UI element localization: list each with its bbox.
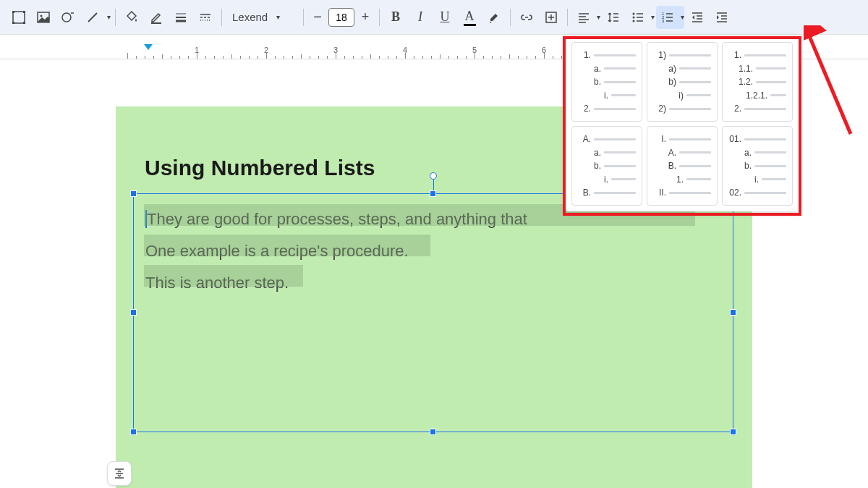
align-icon[interactable] (572, 6, 595, 29)
resize-handle[interactable] (430, 429, 436, 435)
fill-color-icon[interactable] (120, 6, 143, 29)
list-level-label: b. (588, 77, 601, 87)
insert-link-icon[interactable] (515, 6, 538, 29)
list-level-label: I. (653, 134, 666, 144)
numbered-list-icon[interactable]: 123 (656, 6, 679, 29)
list-level-label: i) (671, 91, 684, 101)
list-level-label: 1. (728, 50, 741, 60)
resize-handle[interactable] (130, 309, 137, 316)
svg-point-7 (62, 13, 71, 22)
border-weight-icon[interactable] (169, 6, 192, 29)
slide-title: Using Numbered Lists (145, 156, 375, 180)
list-level-label: a. (588, 148, 601, 158)
list-level-label: 1. (578, 50, 591, 60)
chevron-down-icon[interactable]: ▾ (597, 13, 600, 21)
autofit-button[interactable] (107, 461, 132, 486)
bulleted-list-icon[interactable] (626, 6, 650, 29)
svg-rect-4 (23, 22, 25, 24)
list-level-label: 2. (728, 104, 741, 114)
image-icon[interactable] (32, 6, 55, 29)
resize-handle[interactable] (130, 429, 137, 435)
font-size-input[interactable] (328, 8, 354, 27)
line-icon[interactable] (81, 6, 104, 29)
list-level-label: 01. (728, 134, 741, 144)
text-color-button[interactable]: A (458, 6, 481, 29)
svg-rect-2 (23, 11, 25, 13)
svg-text:3: 3 (662, 19, 665, 23)
add-comment-icon[interactable] (540, 6, 563, 29)
ruler-number: 2 (264, 46, 268, 54)
rotate-handle[interactable] (430, 172, 437, 180)
bold-button[interactable]: B (384, 6, 407, 29)
ruler-number: 3 (333, 46, 338, 54)
list-level-label: 2) (653, 104, 666, 114)
list-level-label: 1) (653, 50, 666, 60)
resize-handle[interactable] (730, 309, 736, 316)
decrease-font-icon[interactable]: − (308, 6, 327, 29)
list-level-label: II. (653, 188, 666, 198)
svg-rect-3 (12, 22, 14, 24)
svg-line-9 (88, 13, 97, 22)
list-style-option[interactable]: 1)a)b)i)2) (647, 42, 718, 122)
highlight-color-icon[interactable] (482, 6, 506, 29)
font-select[interactable]: Lexend ▾ (226, 6, 299, 29)
list-level-label: b) (663, 77, 676, 87)
ruler-number: 4 (403, 46, 407, 54)
list-level-label: A. (663, 148, 676, 158)
decrease-indent-icon[interactable] (686, 6, 709, 29)
svg-point-29 (633, 20, 635, 22)
ruler-number: 1 (195, 46, 199, 54)
svg-point-27 (633, 12, 635, 14)
chevron-down-icon[interactable]: ▾ (681, 13, 684, 21)
numbered-list-dropdown: 1.a.b.i.2.1)a)b)i)2)1.1.1.1.2.1.2.1.2.A.… (566, 36, 799, 211)
list-level-label: b. (739, 161, 752, 171)
list-style-option[interactable]: 1.a.b.i.2. (571, 42, 642, 122)
text-box[interactable]: They are good for processes, steps, and … (133, 193, 733, 432)
list-level-label: 1.2. (739, 77, 753, 87)
list-level-label: 1. (671, 174, 684, 185)
list-style-option[interactable]: 01.a.b.i.02. (722, 126, 793, 206)
list-level-label: 02. (728, 188, 741, 198)
list-style-option[interactable]: A.a.b.i.B. (571, 126, 642, 206)
list-style-option[interactable]: 1.1.1.1.2.1.2.1.2. (722, 42, 793, 122)
list-level-label: B. (663, 161, 676, 171)
list-level-label: a) (663, 64, 676, 74)
increase-font-icon[interactable]: + (356, 6, 375, 29)
chevron-down-icon[interactable]: ▾ (107, 13, 111, 21)
list-level-label: i. (746, 174, 759, 185)
shape-icon[interactable] (56, 6, 80, 29)
list-level-label: b. (588, 161, 601, 171)
underline-button[interactable]: U (433, 6, 456, 29)
list-level-label: A. (578, 134, 591, 144)
list-level-label: 1.1. (739, 64, 753, 74)
select-icon[interactable] (7, 6, 30, 29)
list-level-label: i. (595, 91, 608, 101)
toolbar: ▾ Lexend ▾ − + B I U A ▾ ▾ 123▾ (0, 0, 868, 35)
list-level-label: 1.2.1. (746, 91, 767, 101)
svg-rect-1 (12, 11, 14, 13)
list-level-label: B. (578, 188, 591, 198)
chevron-down-icon[interactable]: ▾ (651, 13, 655, 21)
ruler-number: 5 (472, 46, 477, 54)
increase-indent-icon[interactable] (710, 6, 733, 29)
font-name-label: Lexend (232, 11, 268, 23)
ruler-number: 6 (542, 46, 546, 54)
svg-point-6 (41, 14, 43, 17)
list-level-label: a. (588, 64, 601, 74)
list-level-label: i. (595, 174, 608, 185)
list-style-option[interactable]: I.A.B.1.II. (647, 126, 718, 206)
resize-handle[interactable] (730, 429, 736, 435)
svg-point-28 (633, 16, 635, 18)
border-color-icon[interactable] (145, 6, 168, 29)
indent-marker-icon[interactable] (143, 43, 153, 54)
chevron-down-icon: ▾ (276, 13, 280, 21)
svg-rect-0 (13, 12, 25, 23)
border-dash-icon[interactable] (194, 6, 217, 29)
line-spacing-icon[interactable] (602, 6, 625, 29)
list-level-label: a. (739, 148, 752, 158)
italic-button[interactable]: I (409, 6, 432, 29)
list-level-label: 2. (578, 104, 591, 114)
